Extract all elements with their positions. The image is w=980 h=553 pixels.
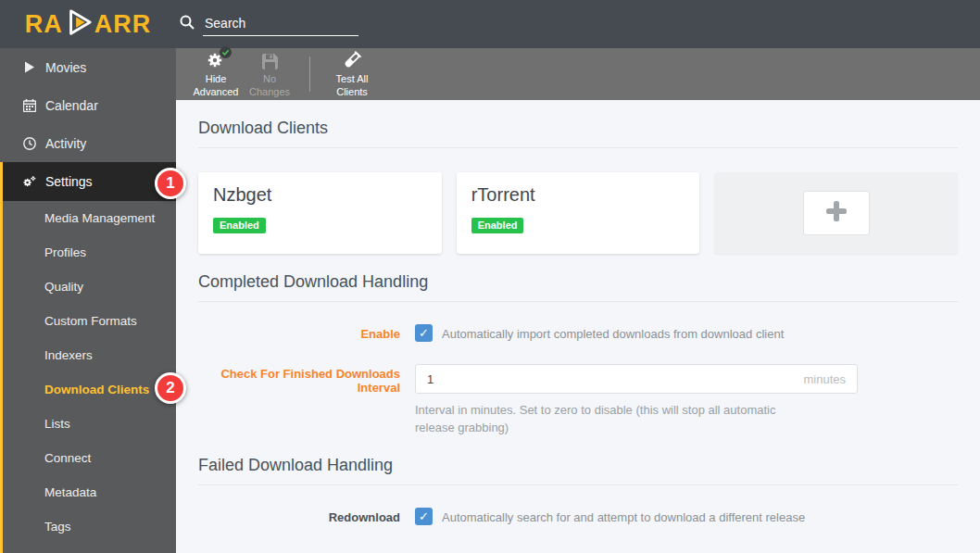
- no-changes-button[interactable]: No Changes: [243, 50, 296, 97]
- sidebar-item-settings[interactable]: Settings: [3, 162, 176, 201]
- search-bar: [180, 13, 358, 36]
- client-name: rTorrent: [471, 184, 685, 206]
- download-client-cards: Nzbget Enabled rTorrent Enabled: [198, 172, 958, 254]
- logo-text-left: RA: [25, 10, 63, 39]
- sidebar-item-connect[interactable]: Connect: [3, 441, 176, 475]
- sidebar-item-tags[interactable]: Tags: [3, 509, 176, 544]
- gear-check-icon: [206, 50, 226, 70]
- section-title-completed-download-handling: Completed Download Handling: [198, 272, 958, 302]
- enable-checkbox[interactable]: ✓: [415, 324, 433, 342]
- enable-label: Enable: [198, 324, 400, 341]
- section-title-failed-download-handling: Failed Download Handling: [198, 456, 958, 485]
- interval-input[interactable]: [427, 372, 705, 386]
- interval-control: minutes Interval in minutes. Set to zero…: [415, 364, 858, 437]
- sidebar-item-custom-formats[interactable]: Custom Formats: [3, 304, 176, 338]
- hide-advanced-button[interactable]: Hide Advanced: [189, 50, 243, 97]
- advanced-enabled-check-icon: [220, 46, 232, 58]
- enabled-badge: Enabled: [213, 218, 266, 233]
- sidebar-item-profiles[interactable]: Profiles: [3, 235, 176, 270]
- sidebar-item-metadata[interactable]: Metadata: [3, 475, 176, 509]
- redownload-label: Redownload: [198, 508, 400, 524]
- sidebar-item-media-management[interactable]: Media Management: [3, 201, 176, 235]
- redownload-setting-row: Redownload ✓ Automatically search for an…: [198, 508, 958, 525]
- annotation-step-1-badge: 1: [155, 168, 186, 199]
- toolbar-button-label: Test All Clients: [325, 73, 379, 97]
- enable-control: ✓ Automatically import completed downloa…: [415, 324, 784, 342]
- settings-group: Settings Media Management Profiles Quali…: [0, 162, 176, 553]
- sidebar-item-lists[interactable]: Lists: [3, 407, 176, 441]
- interval-input-wrap: minutes: [415, 364, 858, 394]
- sidebar-item-label: Movies: [45, 60, 86, 75]
- radarr-app: RA ARR: [0, 0, 980, 553]
- sidebar-item-movies[interactable]: Movies: [0, 48, 176, 86]
- search-input[interactable]: [203, 13, 358, 36]
- client-card-nzbget[interactable]: Nzbget Enabled: [198, 172, 442, 254]
- enable-caption: Automatically import completed downloads…: [442, 324, 784, 342]
- redownload-checkbox[interactable]: ✓: [415, 508, 433, 525]
- gears-icon: [22, 175, 36, 189]
- toolbar-button-label: Hide Advanced: [189, 73, 243, 97]
- test-vial-icon: [342, 50, 362, 70]
- add-client-button[interactable]: [803, 191, 870, 235]
- sidebar-item-activity[interactable]: Activity: [0, 124, 176, 162]
- main-column: Hide Advanced No Changes: [176, 48, 980, 553]
- enabled-badge: Enabled: [471, 218, 524, 233]
- client-name: Nzbget: [213, 184, 427, 206]
- section-title-download-clients: Download Clients: [198, 119, 958, 148]
- logo-text-right: ARR: [94, 10, 152, 39]
- toolbar-button-label: No Changes: [243, 73, 296, 97]
- settings-content: Download Clients Nzbget Enabled rTorrent…: [176, 100, 980, 553]
- interval-help-text: Interval in minutes. Set to zero to disa…: [415, 402, 811, 437]
- interval-label: Check For Finished Downloads Interval: [198, 364, 400, 395]
- top-header: RA ARR: [0, 0, 980, 48]
- sidebar-item-quality[interactable]: Quality: [3, 270, 176, 304]
- search-icon: [180, 15, 195, 33]
- annotation-step-2-badge: 2: [155, 372, 186, 404]
- plus-icon: [823, 198, 849, 228]
- calendar-icon: [22, 99, 36, 112]
- toolbar-separator: [309, 57, 310, 92]
- add-client-card[interactable]: [714, 172, 958, 254]
- sidebar-item-indexers[interactable]: Indexers: [3, 338, 176, 372]
- client-card-rtorrent[interactable]: rTorrent Enabled: [457, 172, 700, 254]
- sidebar-item-label: Activity: [45, 136, 86, 151]
- clock-icon: [22, 137, 36, 150]
- sidebar-nav: Movies Calendar: [0, 48, 176, 553]
- play-icon: [22, 61, 36, 73]
- play-logo-icon: [65, 8, 93, 40]
- floppy-save-icon: [261, 50, 279, 70]
- radarr-logo[interactable]: RA ARR: [0, 8, 176, 40]
- page-toolbar: Hide Advanced No Changes: [176, 48, 980, 100]
- interval-unit: minutes: [803, 372, 846, 386]
- sidebar-item-calendar[interactable]: Calendar: [0, 86, 176, 124]
- redownload-control: ✓ Automatically search for and attempt t…: [415, 508, 805, 525]
- interval-setting-row: Check For Finished Downloads Interval mi…: [198, 364, 958, 437]
- redownload-caption: Automatically search for and attempt to …: [442, 508, 805, 525]
- sidebar-item-label: Settings: [45, 174, 93, 189]
- enable-setting-row: Enable ✓ Automatically import completed …: [198, 324, 958, 342]
- sidebar-item-label: Calendar: [45, 98, 98, 113]
- test-all-clients-button[interactable]: Test All Clients: [325, 50, 379, 97]
- sidebar-item-download-clients[interactable]: Download Clients: [3, 372, 176, 407]
